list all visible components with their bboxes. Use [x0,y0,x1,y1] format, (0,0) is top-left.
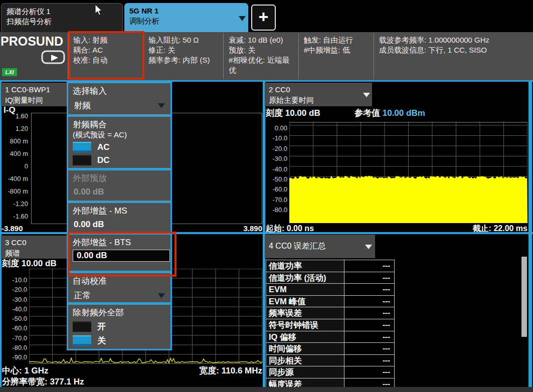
chevron-down-icon [158,293,165,298]
scale-value: 10.00 dB [285,108,320,118]
settings-col-atten[interactable]: 衰减: 10 dB (e0) 预放: 关 #相噪优化: 近端最优 [223,33,298,79]
ref-label: 参考值 [354,108,380,118]
setting-phase-noise: #相噪优化: 近端最优 [229,55,294,75]
metric-value: --- [344,296,394,307]
metric-label: 信道功率 [266,260,344,272]
menu-label: 外部预放 [73,173,166,184]
axis-tick: -800 m [4,188,28,195]
axis-tick: -60.0 [265,186,287,193]
toggle-on-indicator [73,142,91,152]
chevron-down-icon[interactable] [363,93,370,97]
menu-item-all-but-rf[interactable]: 除射频外全部 开 关 [68,305,170,349]
tab-5gnr-active[interactable]: 5G NR 1 调制分析 [124,3,248,32]
span-label: 宽度: 110.6 MHz [160,365,262,376]
add-measurement-button[interactable]: + [251,5,276,31]
window1-id: 1 CC0-BWP1 [5,84,64,95]
option-label: 开 [97,321,106,332]
metric-value: --- [344,355,394,366]
tab-subtitle: 调制分析 [129,16,243,26]
table-row: EVM --- [266,284,395,296]
window4-title: 4 CC0 误差汇总 [269,242,326,250]
rf-coupling-dc-option[interactable]: DC [73,155,166,165]
setting-carrier-ref: 载波参考频率: 1.000000000 GHz [379,35,529,45]
settings-col-carrier[interactable]: 载波参考频率: 1.000000000 GHz 成员载波信息: 下行, 1 CC… [374,33,533,79]
table-row: 信道功率 --- [266,260,395,272]
auto-align-dropdown[interactable]: 正常 [73,288,166,305]
toggle-off-indicator [73,155,91,165]
mouse-cursor [95,4,104,16]
axis-tick: -30.0 [3,296,27,303]
menu-item-ext-preamp: 外部预放 0.00 dB [68,170,170,201]
axis-tick: 1.60 [4,113,28,120]
window4-selector[interactable]: 4 CC0 误差汇总 [265,235,375,258]
menu-item-auto-align[interactable]: 自动校准 正常 [68,273,170,302]
input-settings-menu: 选择输入 射频 射频耦合 (模式预设 = AC) AC DC 外部预放 0.00… [67,82,172,350]
table-row: 同步源 --- [266,366,395,378]
raw-main-time-chart [289,122,527,223]
setting-cc-info: 成员载波信息: 下行, 1 CC, SISO [379,45,529,55]
iq-y-axis: 1.601.20800 m400 m0-400 m-800 m-1.20-1.6… [4,113,28,220]
metric-label: 时间偏移 [266,343,344,354]
menu-sublabel: (模式预设 = AC) [73,130,166,139]
axis-tick: 800 m [4,138,28,145]
x-stop-label: 3.890 [222,224,262,233]
screen-annotation-icon [41,50,65,64]
metric-value: --- [344,343,394,354]
time-y-axis: 0.00-10.0-20.0-30.0-40.0-50.0-60.0-70.0-… [265,125,287,214]
metric-value: --- [344,319,394,331]
menu-item-ext-gain-ms[interactable]: 外部增益 - MS 0.00 dB [68,203,170,232]
rf-coupling-ac-option[interactable]: AC [73,142,166,152]
all-but-rf-on-option[interactable]: 开 [73,321,166,332]
start-time-label: 起始: 0.00 ns [266,224,314,234]
menu-label: 选择输入 [73,86,166,97]
axis-tick: -80.0 [265,207,287,214]
option-label: DC [97,155,110,165]
window1-selector[interactable]: 1 CC0-BWP1 IQ测量时间 [1,83,68,106]
metric-value: --- [344,366,394,378]
rbw-label: 分辨率带宽: 377.1 Hz [2,376,84,387]
table-row: 同步相关 --- [266,355,395,367]
stop-time-label: 截止: 22.00 ms [427,224,527,234]
axis-tick: -10.0 [3,277,27,284]
table-row: 符号时钟错误 --- [266,319,395,331]
option-label: AC [97,142,110,152]
axis-tick: 400 m [4,150,28,157]
chevron-down-icon[interactable] [239,16,246,21]
axis-tick: -20.0 [3,286,27,293]
lxi-badge: LXI [2,68,17,76]
setting-trigger: 触发: 自由运行 [304,35,370,45]
toggle-on-indicator [73,335,91,346]
table-row: EVM 峰值 --- [266,296,395,308]
tab-spectrum-analyzer[interactable]: 频谱分析仪 1 扫频信号分析 [1,3,123,32]
table-scrollbar[interactable] [521,257,527,337]
metric-value: --- [344,307,394,319]
window3-selector[interactable]: 3 CC0 频谱 [1,236,68,259]
dropdown-value: 正常 [74,290,91,301]
metric-label: 信道功率 (活动) [266,272,344,284]
chevron-down-icon [158,103,165,108]
axis-tick: -1.20 [4,201,28,208]
table-row: 信道功率 (活动) --- [266,272,395,284]
axis-tick: -80.0 [3,344,27,351]
menu-item-select-input[interactable]: 选择输入 射频 [68,83,170,114]
axis-tick: -70.0 [265,197,287,204]
axis-tick: -1.60 [4,213,28,220]
settings-col-trigger[interactable]: 触发: 自由运行 #中频增益: 低 [298,33,374,79]
window2-selector[interactable]: 2 CC0 原始主要时间 [265,83,372,106]
metric-label: 同步相关 [266,355,344,366]
axis-tick: -10.0 [265,135,287,142]
axis-tick: -30.0 [265,155,287,162]
metric-value: --- [344,331,394,343]
setting-freq-ref: 频率参考: 内部 (S) [148,55,219,65]
settings-col-impedance[interactable]: 输入阻抗: 50 Ω 修正: 关 频率参考: 内部 (S) [143,33,223,79]
chevron-down-icon[interactable] [365,245,372,249]
select-input-dropdown[interactable]: 射频 [73,98,166,115]
dropdown-value: 射频 [74,100,91,111]
axis-tick: -40.0 [265,166,287,173]
all-but-rf-off-option[interactable]: 关 [73,335,166,346]
scale-value: 10.00 dB [22,259,57,268]
table-row: 频率误差 --- [266,307,395,319]
menu-item-rf-coupling[interactable]: 射频耦合 (模式预设 = AC) AC DC [68,117,170,168]
instrument-screen: 频谱分析仪 1 扫频信号分析 5G NR 1 调制分析 + PROSUND LX… [0,0,533,392]
bottom-strip [0,387,533,392]
